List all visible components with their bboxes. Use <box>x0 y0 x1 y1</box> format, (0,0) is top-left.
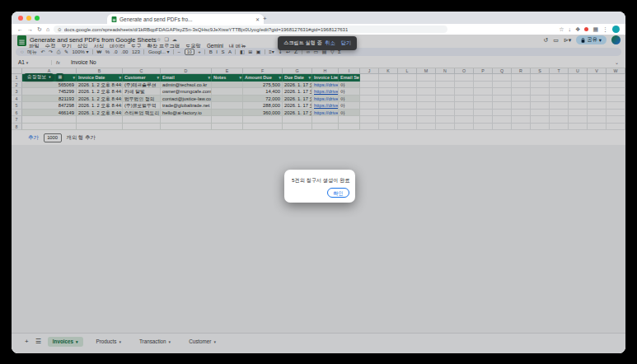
browser-tabstrip: Generate and send PDFs fro... ✕ + <box>12 12 625 24</box>
toast-close-button[interactable]: 닫기 <box>341 40 351 47</box>
home-icon[interactable]: ⌂ <box>46 26 49 32</box>
browser-window: Generate and send PDFs fro... ✕ + ←→↻⌂ ⊙… <box>12 12 625 353</box>
browser-menu-icon[interactable]: ⋮ <box>602 26 608 32</box>
traffic-lights <box>18 16 40 21</box>
forward-icon[interactable]: → <box>27 26 33 32</box>
url-text: docs.google.com/spreadsheets/d/1kRBqpFDA… <box>64 27 349 32</box>
script-running-toast: 스크립트 실행 중 취소 닫기 <box>278 36 357 50</box>
reload-icon[interactable]: ↻ <box>37 26 42 32</box>
toast-cancel-button[interactable]: 취소 <box>325 40 335 47</box>
sheets-favicon <box>111 16 117 22</box>
browser-navbar: ←→↻⌂ ⊙ docs.google.com/spreadsheets/d/1k… <box>12 24 625 35</box>
browser-profile-avatar[interactable] <box>612 26 620 33</box>
minimize-window-button[interactable] <box>26 16 31 21</box>
bookmark-star-icon[interactable]: ☆ <box>559 26 564 32</box>
nav-icons: ←→↻⌂ <box>17 26 49 32</box>
site-info-icon[interactable]: ⊙ <box>58 27 62 32</box>
back-icon[interactable]: ← <box>17 26 23 32</box>
alert-confirm-button[interactable]: 확인 <box>327 188 349 198</box>
toast-message: 스크립트 실행 중 <box>283 40 322 47</box>
browser-action-icons: ☆↓❖▦⋮ <box>559 26 620 33</box>
new-tab-button[interactable]: + <box>263 16 267 22</box>
extension-dot-icon[interactable] <box>584 27 588 31</box>
alert-message: 5건의 청구서 생성이 완료되었습니다. <box>292 177 350 184</box>
close-window-button[interactable] <box>18 16 23 21</box>
tab-title: Generate and send PDFs fro... <box>119 16 253 22</box>
downloads-icon[interactable]: ↓ <box>569 26 572 32</box>
address-bar[interactable]: ⊙ docs.google.com/spreadsheets/d/1kRBqpF… <box>54 26 447 33</box>
alert-dialog: 5건의 청구서 생성이 완료되었습니다. 확인 <box>284 170 355 203</box>
zoom-window-button[interactable] <box>35 16 40 21</box>
side-panel-icon[interactable]: ▦ <box>593 26 598 32</box>
sheets-page: Generate and send PDFs from Google Sheet… <box>12 35 625 353</box>
browser-tab[interactable]: Generate and send PDFs fro... ✕ <box>107 14 264 24</box>
screen: Generate and send PDFs fro... ✕ + ←→↻⌂ ⊙… <box>0 0 637 364</box>
close-tab-icon[interactable]: ✕ <box>255 16 260 22</box>
extensions-puzzle-icon[interactable]: ❖ <box>575 26 580 32</box>
